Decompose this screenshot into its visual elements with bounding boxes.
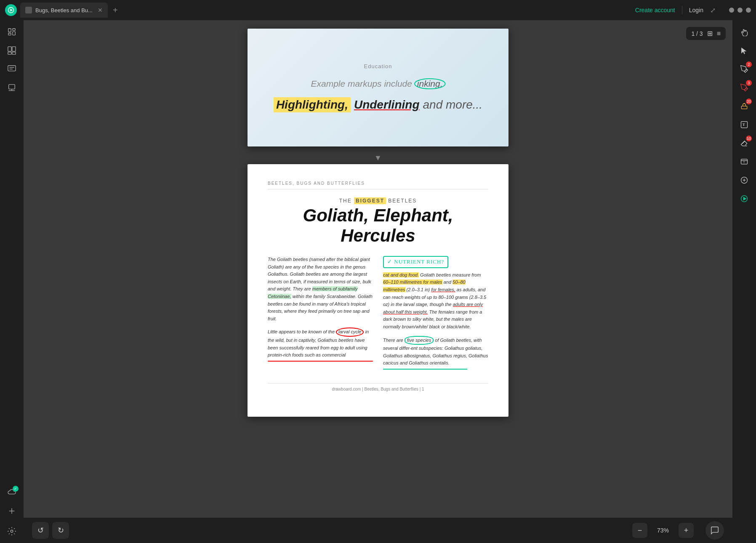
- undo-button[interactable]: ↺: [32, 522, 49, 539]
- col2-para1: cat and dog food. Goliath beetles measur…: [383, 272, 488, 331]
- close-button[interactable]: [746, 8, 751, 13]
- redo-icon: ↻: [58, 526, 64, 535]
- marker-badge: 3: [746, 80, 752, 86]
- main-area: ✓ 1 / 3 ⊞ ≡ Education Example markups in…: [0, 20, 756, 543]
- page1-line2: Highlighting, Underlining and more...: [274, 97, 482, 112]
- article-footer: drawboard.com | Beetles, Bugs and Butter…: [268, 383, 488, 391]
- svg-rect-13: [9, 85, 15, 89]
- svg-rect-5: [8, 33, 11, 35]
- rt-eraser-tool[interactable]: 10: [736, 135, 753, 152]
- list-view-icon[interactable]: ≡: [717, 30, 721, 37]
- sidebar-item-thumbnails[interactable]: [3, 42, 20, 59]
- maximize-button[interactable]: [737, 8, 743, 13]
- page1-more-text: and more...: [423, 98, 482, 112]
- svg-rect-3: [13, 29, 15, 31]
- zoom-out-button[interactable]: −: [632, 523, 647, 538]
- rt-ink-tool[interactable]: 2: [736, 61, 753, 77]
- redo-button[interactable]: ↻: [52, 522, 69, 539]
- page-counter-text: 1 / 3: [691, 30, 703, 37]
- col1-para1: The Goliath beetles (named after the bib…: [268, 256, 373, 322]
- chat-button[interactable]: [705, 521, 724, 540]
- page1-underline-text: Underlining: [354, 98, 420, 112]
- expand-icon[interactable]: ⤢: [710, 6, 716, 14]
- rt-textbox-tool[interactable]: T: [736, 153, 753, 170]
- topbar-right: Create account Login ⤢: [635, 6, 751, 14]
- tab-close-icon[interactable]: ✕: [98, 7, 103, 13]
- page1-subtitle: Example markups include inking,: [311, 78, 445, 90]
- window-controls: [729, 8, 751, 13]
- highlight-male-size: 60–110 millimetres for males: [383, 279, 442, 285]
- svg-marker-20: [741, 48, 746, 54]
- divider: [682, 6, 682, 14]
- rt-hand-tool[interactable]: [736, 24, 753, 40]
- sidebar-item-add[interactable]: [3, 503, 20, 519]
- pdf-page-2: BEETLES, BUGS AND BUTTERFLIES THE BIGGES…: [248, 164, 508, 417]
- undo-icon: ↺: [37, 526, 44, 535]
- cloud-badge: ✓: [13, 486, 19, 492]
- page1-highlight-text: Highlighting,: [274, 97, 351, 112]
- svg-rect-21: [741, 106, 747, 109]
- article-section: BEETLES, BUGS AND BUTTERFLIES: [268, 181, 488, 189]
- zoom-level-display: 73%: [652, 527, 673, 534]
- svg-marker-32: [743, 197, 746, 200]
- article-title: Goliath, Elephant, Hercules: [268, 205, 488, 246]
- svg-text:T: T: [743, 122, 745, 127]
- highlight-subfamily: members of subfamily Cetoniinae,: [268, 286, 357, 299]
- sidebar-item-settings[interactable]: [3, 523, 20, 540]
- svg-rect-2: [8, 29, 11, 32]
- article-subtitle: THE BIGGEST BEETLES: [268, 198, 488, 204]
- active-tab[interactable]: Bugs, Beetles and Bu... ✕: [20, 3, 108, 18]
- svg-marker-1: [10, 9, 13, 11]
- grid-view-icon[interactable]: ⊞: [707, 29, 713, 37]
- circle-larval: larval cycle: [336, 327, 364, 337]
- left-sidebar: ✓: [0, 20, 24, 543]
- rt-drawboard-logo[interactable]: [736, 190, 753, 207]
- circle-five-species: five species: [405, 336, 434, 345]
- topbar: Bugs, Beetles and Bu... ✕ + Create accou…: [0, 0, 756, 20]
- nutrient-label: ✓ NUTRIENT RICH?: [383, 256, 448, 268]
- app-logo: [5, 4, 17, 16]
- create-account-link[interactable]: Create account: [635, 7, 675, 13]
- svg-rect-4: [13, 32, 15, 35]
- col2-para2: There are five species of Goliath beetle…: [383, 336, 488, 370]
- eraser-badge: 10: [746, 136, 752, 141]
- svg-rect-10: [8, 66, 16, 71]
- new-tab-button[interactable]: +: [109, 4, 121, 16]
- page-gap-arrow: ▼: [374, 154, 382, 162]
- article-columns: The Goliath beetles (named after the bib…: [268, 256, 488, 375]
- tab-area: Bugs, Beetles and Bu... ✕ +: [20, 3, 632, 18]
- minimize-button[interactable]: [729, 8, 734, 13]
- svg-rect-7: [12, 47, 16, 51]
- pdf-viewer: 1 / 3 ⊞ ≡ Education Example markups incl…: [24, 20, 732, 543]
- right-toolbar: 2 3 20 T 10 T: [732, 20, 756, 543]
- highlighter-badge: 20: [746, 98, 752, 104]
- sidebar-item-library[interactable]: [3, 24, 20, 40]
- bottombar: ↺ ↻ − 73% +: [24, 518, 732, 543]
- rt-select-tool[interactable]: [736, 42, 753, 59]
- pdf-scroll-area[interactable]: 1 / 3 ⊞ ≡ Education Example markups incl…: [24, 20, 732, 518]
- rt-highlighter-tool[interactable]: 20: [736, 98, 753, 114]
- sidebar-item-stamps[interactable]: [3, 79, 20, 96]
- svg-text:T: T: [743, 161, 745, 164]
- article-col-left: The Goliath beetles (named after the bib…: [268, 256, 373, 375]
- sidebar-item-cloud[interactable]: ✓: [3, 484, 20, 501]
- svg-rect-6: [8, 47, 11, 51]
- underline-females: for females,: [431, 287, 455, 292]
- svg-line-24: [742, 141, 745, 144]
- zoom-in-button[interactable]: +: [679, 523, 694, 538]
- rt-text-tool[interactable]: T: [736, 116, 753, 133]
- col1-para2: Little appears to be known of the larval…: [268, 327, 373, 361]
- rt-add-tool[interactable]: [736, 172, 753, 189]
- rt-marker-tool[interactable]: 3: [736, 79, 753, 96]
- page1-category: Education: [364, 63, 392, 69]
- pdf-page-1: Education Example markups include inking…: [248, 29, 508, 146]
- tab-file-icon: [25, 7, 32, 13]
- svg-rect-8: [8, 52, 11, 55]
- zoom-controls: − 73% +: [632, 521, 724, 540]
- login-button[interactable]: Login: [689, 7, 703, 13]
- undo-redo-controls: ↺ ↻: [32, 522, 69, 539]
- svg-rect-9: [12, 52, 16, 55]
- svg-point-19: [415, 78, 445, 88]
- underline-half-weight: adults are only about half this weight.: [383, 302, 483, 314]
- sidebar-item-comments[interactable]: [3, 61, 20, 77]
